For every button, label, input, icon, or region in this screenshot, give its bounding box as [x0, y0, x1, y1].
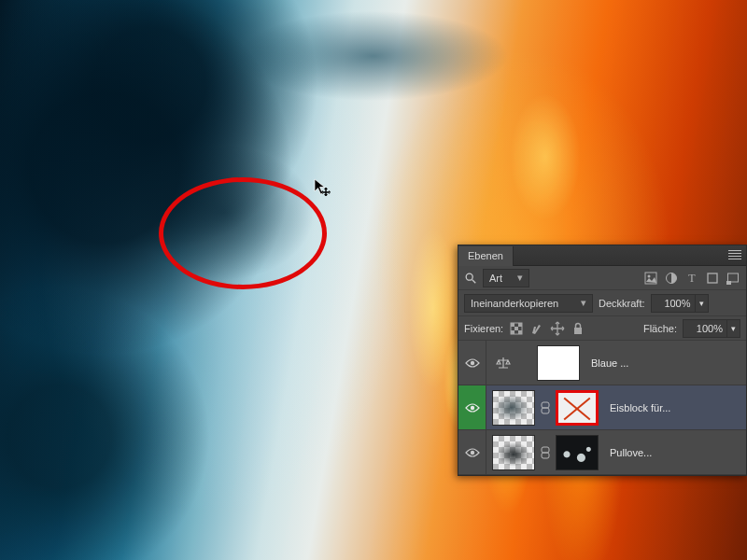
- fill-flyout-toggle[interactable]: ▾: [727, 319, 740, 338]
- filter-shape-icon[interactable]: [705, 271, 720, 286]
- layer-name[interactable]: Pullove...: [604, 447, 746, 458]
- lock-all-icon[interactable]: [571, 321, 585, 336]
- visibility-toggle[interactable]: [458, 341, 486, 385]
- eye-icon: [465, 357, 480, 369]
- blend-mode-select[interactable]: Ineinanderkopieren ▾: [464, 294, 593, 313]
- svg-point-16: [470, 360, 473, 364]
- svg-rect-8: [726, 281, 731, 285]
- filter-kind-label: Art: [489, 273, 502, 284]
- layer-mask-thumbnail-annotated[interactable]: [556, 390, 599, 426]
- svg-point-18: [470, 450, 473, 454]
- opacity-value: 100%: [664, 298, 690, 309]
- layer-mask-thumbnail[interactable]: [537, 345, 580, 381]
- filter-type-icon[interactable]: T: [684, 271, 699, 286]
- eye-icon: [465, 402, 480, 413]
- layers-panel: Ebenen Art ▾ T Ineinanderkopieren ▾ Deck…: [458, 245, 747, 476]
- svg-rect-13: [511, 330, 514, 334]
- svg-rect-6: [708, 273, 717, 283]
- tab-layers[interactable]: Ebenen: [458, 246, 514, 266]
- layer-filter-row: Art ▾ T: [458, 266, 746, 290]
- svg-rect-7: [728, 273, 739, 282]
- layer-thumbnail[interactable]: [492, 435, 535, 470]
- svg-rect-10: [511, 323, 514, 327]
- panel-tab-bar: Ebenen: [458, 245, 746, 266]
- layer-name[interactable]: Eisblock für...: [604, 402, 746, 413]
- filter-kind-select[interactable]: Art ▾: [483, 269, 529, 287]
- svg-point-0: [466, 273, 472, 280]
- layer-row[interactable]: Pullove...: [458, 430, 746, 475]
- layer-row[interactable]: Eisblock für...: [458, 385, 746, 430]
- blend-mode-value: Ineinanderkopieren: [471, 298, 558, 309]
- svg-point-3: [648, 274, 651, 277]
- chevron-down-icon: ▾: [517, 272, 523, 284]
- opacity-label: Deckkraft:: [599, 298, 645, 309]
- svg-line-1: [472, 279, 476, 283]
- opacity-input[interactable]: 100%: [651, 294, 696, 313]
- mask-link-icon[interactable]: [541, 446, 550, 459]
- visibility-toggle[interactable]: [458, 385, 486, 429]
- layer-name[interactable]: Blaue ...: [585, 357, 746, 369]
- balance-icon: [496, 357, 511, 370]
- svg-rect-15: [574, 328, 582, 334]
- svg-rect-11: [518, 323, 522, 327]
- blend-mode-row: Ineinanderkopieren ▾ Deckkraft: 100% ▾: [458, 290, 746, 316]
- filter-adjustment-icon[interactable]: [664, 271, 679, 286]
- lock-position-icon[interactable]: [550, 321, 565, 336]
- svg-text:T: T: [688, 272, 696, 285]
- search-icon: [464, 272, 477, 285]
- layer-thumbnail[interactable]: [492, 390, 535, 426]
- chevron-down-icon: ▾: [731, 324, 736, 333]
- filter-smartobject-icon[interactable]: [726, 271, 740, 286]
- fill-label: Fläche:: [643, 323, 677, 334]
- chevron-down-icon: ▾: [699, 299, 704, 308]
- opacity-flyout-toggle[interactable]: ▾: [696, 294, 709, 313]
- svg-rect-12: [514, 327, 518, 330]
- filter-pixel-icon[interactable]: [643, 271, 658, 286]
- chevron-down-icon: ▾: [581, 297, 586, 309]
- panel-flyout-menu-icon[interactable]: [727, 248, 742, 261]
- eye-icon: [465, 447, 480, 458]
- svg-rect-14: [518, 330, 522, 334]
- visibility-toggle[interactable]: [458, 430, 486, 474]
- layers-list: Blaue ... Eisblock für...: [458, 341, 746, 475]
- lock-label: Fixieren:: [464, 323, 503, 334]
- fill-input[interactable]: 100%: [683, 319, 727, 338]
- lock-pixels-icon[interactable]: [529, 321, 544, 336]
- lock-row: Fixieren: Fläche: 100% ▾: [458, 316, 746, 341]
- mask-link-icon[interactable]: [541, 401, 550, 414]
- lock-transparency-icon[interactable]: [509, 321, 524, 336]
- svg-point-17: [470, 405, 473, 409]
- fill-value: 100%: [697, 323, 723, 334]
- layer-row[interactable]: Blaue ...: [458, 341, 746, 385]
- layer-mask-thumbnail[interactable]: [556, 435, 599, 470]
